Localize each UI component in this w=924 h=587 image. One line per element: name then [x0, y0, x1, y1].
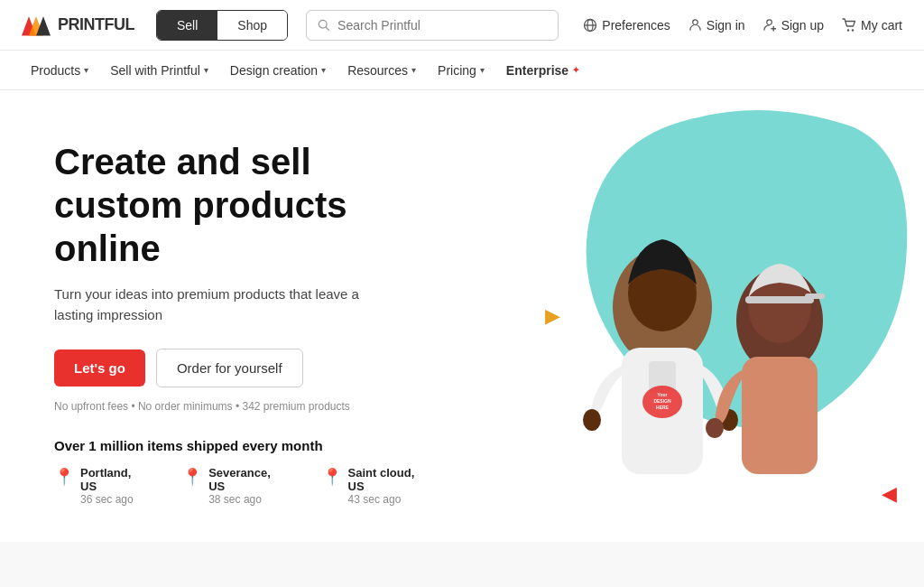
- svg-point-8: [693, 20, 698, 25]
- hero-right: ▶ ◀ Your DESIGN HERE: [491, 90, 924, 542]
- location-city: Severance, US: [208, 466, 289, 493]
- shop-button[interactable]: Shop: [217, 11, 287, 40]
- sign-up-link[interactable]: Sign up: [763, 18, 824, 33]
- hero-shipped: Over 1 million items shipped every month…: [54, 438, 433, 506]
- location-city: Portland, US: [80, 466, 150, 493]
- svg-rect-27: [805, 294, 825, 299]
- person-icon: [688, 18, 702, 32]
- pin-icon: 📍: [322, 467, 342, 487]
- hero-people-illustration: Your DESIGN HERE: [518, 217, 897, 542]
- chevron-down-icon: ▾: [84, 65, 88, 75]
- arrow-left-icon: ▶: [545, 304, 560, 328]
- svg-rect-28: [742, 357, 818, 474]
- person-add-icon: [763, 18, 777, 32]
- enterprise-star: ✦: [572, 65, 579, 75]
- sign-up-label: Sign up: [781, 18, 824, 33]
- hero-shipped-title: Over 1 million items shipped every month: [54, 438, 433, 453]
- preferences-label: Preferences: [602, 18, 670, 33]
- order-for-yourself-button[interactable]: Order for yourself: [156, 349, 303, 387]
- search-bar: [306, 10, 559, 41]
- pin-icon: 📍: [182, 467, 202, 487]
- chevron-down-icon: ▾: [321, 65, 326, 75]
- svg-point-29: [706, 418, 724, 438]
- svg-point-13: [852, 29, 854, 31]
- nav-sell-with-printful[interactable]: Sell with Printful ▾: [101, 51, 217, 89]
- header: PRINTFUL Sell Shop Preferences Sign in: [0, 0, 924, 51]
- section-how: How you can fulfill your ideas with Prin…: [0, 542, 924, 587]
- svg-line-4: [326, 27, 328, 30]
- lets-go-button[interactable]: Let's go: [54, 349, 145, 387]
- logo-text: PRINTFUL: [58, 15, 134, 34]
- preferences-link[interactable]: Preferences: [583, 18, 670, 33]
- nav-resources[interactable]: Resources ▾: [338, 51, 425, 89]
- hero-title: Create and sell custom products online: [54, 140, 397, 270]
- location-0: 📍 Portland, US 36 sec ago: [54, 466, 150, 506]
- hero-section: Create and sell custom products online T…: [0, 90, 924, 542]
- header-actions: Preferences Sign in Sign up M: [583, 18, 902, 33]
- svg-point-12: [847, 29, 849, 31]
- location-city: Saint cloud, US: [348, 466, 433, 493]
- cart-label: My cart: [861, 18, 902, 33]
- location-time: 38 sec ago: [208, 493, 289, 506]
- globe-icon: [583, 18, 597, 33]
- search-input[interactable]: [337, 18, 547, 33]
- locations-row: 📍 Portland, US 36 sec ago 📍 Severance, U…: [54, 466, 433, 506]
- cart-link[interactable]: My cart: [842, 18, 902, 33]
- location-time: 36 sec ago: [80, 493, 150, 506]
- svg-point-22: [583, 409, 601, 431]
- svg-point-9: [766, 20, 772, 25]
- cart-icon: [842, 18, 856, 33]
- location-time: 43 sec ago: [348, 493, 433, 506]
- pin-icon: 📍: [54, 467, 74, 487]
- nav-products[interactable]: Products ▾: [22, 51, 97, 89]
- sell-button[interactable]: Sell: [157, 11, 217, 40]
- hero-buttons: Let's go Order for yourself: [54, 349, 433, 387]
- chevron-down-icon: ▾: [480, 65, 485, 75]
- printful-logo-icon: [22, 13, 51, 38]
- main-nav: Products ▾ Sell with Printful ▾ Design c…: [0, 51, 924, 90]
- sign-in-label: Sign in: [707, 18, 745, 33]
- nav-enterprise[interactable]: Enterprise✦: [497, 51, 588, 89]
- location-1: 📍 Severance, US 38 sec ago: [182, 466, 289, 506]
- chevron-down-icon: ▾: [411, 65, 416, 75]
- sell-shop-toggle: Sell Shop: [156, 10, 288, 41]
- nav-pricing[interactable]: Pricing ▾: [429, 51, 494, 89]
- hero-left: Create and sell custom products online T…: [0, 90, 433, 542]
- arrow-right-icon: ◀: [882, 482, 897, 506]
- hero-subtitle: Turn your ideas into premium products th…: [54, 284, 379, 325]
- location-2: 📍 Saint cloud, US 43 sec ago: [322, 466, 433, 506]
- search-icon: [318, 19, 330, 32]
- svg-text:Your: Your: [657, 392, 667, 397]
- nav-design-creation[interactable]: Design creation ▾: [221, 51, 335, 89]
- svg-text:HERE: HERE: [656, 405, 670, 410]
- sign-in-link[interactable]: Sign in: [688, 18, 745, 33]
- svg-text:DESIGN: DESIGN: [653, 398, 671, 404]
- hero-footnote: No upfront fees • No order minimums • 34…: [54, 400, 433, 413]
- chevron-down-icon: ▾: [204, 65, 208, 75]
- svg-rect-26: [745, 296, 814, 303]
- logo[interactable]: PRINTFUL: [22, 13, 134, 38]
